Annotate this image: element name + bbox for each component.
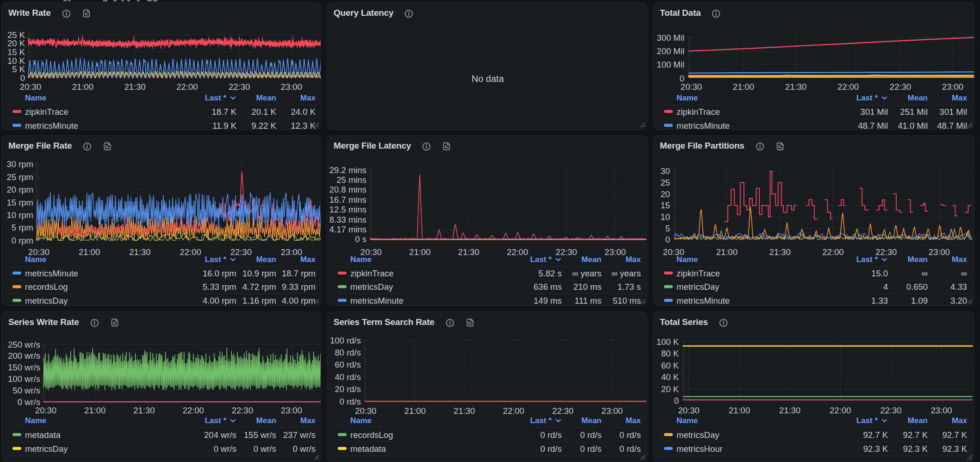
svg-text:22:00: 22:00 bbox=[182, 406, 204, 415]
svg-text:22:30: 22:30 bbox=[229, 82, 250, 92]
svg-text:metricsDay: metricsDay bbox=[25, 444, 68, 454]
svg-text:0: 0 bbox=[665, 235, 670, 244]
svg-text:metricsDay: metricsDay bbox=[350, 282, 393, 292]
svg-text:23:00: 23:00 bbox=[281, 247, 302, 257]
svg-text:22:00: 22:00 bbox=[176, 82, 198, 92]
svg-text:60 K: 60 K bbox=[661, 361, 679, 370]
svg-text:200 Mil: 200 Mil bbox=[657, 46, 684, 56]
svg-text:Mean: Mean bbox=[582, 416, 602, 425]
svg-text:21:30: 21:30 bbox=[769, 247, 790, 257]
svg-text:3.20: 3.20 bbox=[950, 296, 967, 306]
svg-text:21:00: 21:00 bbox=[72, 82, 93, 92]
svg-text:∞ years: ∞ years bbox=[611, 268, 641, 278]
svg-text:237 wr/s: 237 wr/s bbox=[283, 430, 316, 440]
svg-text:4.33: 4.33 bbox=[950, 282, 967, 292]
svg-text:10 rpm: 10 rpm bbox=[6, 210, 33, 220]
svg-text:metricsDay: metricsDay bbox=[676, 430, 719, 440]
svg-text:5.82 s: 5.82 s bbox=[539, 268, 562, 278]
svg-text:5 rpm: 5 rpm bbox=[12, 223, 33, 232]
svg-text:1.33: 1.33 bbox=[871, 296, 888, 306]
svg-text:9.33 rpm: 9.33 rpm bbox=[282, 282, 316, 292]
svg-text:22:30: 22:30 bbox=[230, 247, 252, 257]
svg-text:Last *: Last * bbox=[856, 416, 878, 425]
svg-text:0: 0 bbox=[674, 396, 679, 406]
svg-text:Max: Max bbox=[952, 94, 968, 102]
svg-text:21:30: 21:30 bbox=[458, 247, 479, 257]
svg-text:4.17 mins: 4.17 mins bbox=[329, 225, 366, 234]
svg-text:zipkinTrace: zipkinTrace bbox=[25, 107, 68, 117]
svg-text:Last *: Last * bbox=[530, 255, 552, 264]
svg-text:21:00: 21:00 bbox=[729, 406, 750, 415]
svg-text:0 wr/s: 0 wr/s bbox=[293, 444, 316, 454]
svg-text:15 rpm: 15 rpm bbox=[6, 198, 33, 207]
svg-text:21:00: 21:00 bbox=[84, 406, 105, 415]
svg-text:25 rpm: 25 rpm bbox=[6, 172, 33, 182]
svg-text:60 rd/s: 60 rd/s bbox=[335, 360, 361, 369]
svg-text:22:00: 22:00 bbox=[837, 82, 859, 92]
svg-text:15: 15 bbox=[660, 200, 670, 210]
svg-text:80 K: 80 K bbox=[661, 349, 679, 358]
svg-text:zipkinTrace: zipkinTrace bbox=[676, 107, 720, 117]
svg-text:12.3 K: 12.3 K bbox=[291, 121, 316, 130]
svg-text:Name: Name bbox=[350, 255, 372, 264]
svg-text:Max: Max bbox=[300, 94, 316, 102]
svg-text:Last *: Last * bbox=[856, 94, 878, 102]
svg-text:recordsLog: recordsLog bbox=[350, 430, 393, 440]
svg-text:Max: Max bbox=[300, 255, 316, 264]
svg-text:22:00: 22:00 bbox=[507, 247, 528, 257]
svg-text:Name: Name bbox=[25, 94, 46, 102]
svg-text:22:00: 22:00 bbox=[830, 406, 851, 415]
svg-text:100 rd/s: 100 rd/s bbox=[330, 336, 361, 345]
svg-text:21:30: 21:30 bbox=[124, 82, 145, 92]
svg-text:No data: No data bbox=[471, 74, 504, 84]
svg-text:100 K: 100 K bbox=[657, 337, 679, 347]
svg-text:21:30: 21:30 bbox=[133, 406, 155, 415]
svg-text:22:30: 22:30 bbox=[890, 82, 911, 92]
svg-text:Max: Max bbox=[626, 416, 641, 425]
svg-text:21:30: 21:30 bbox=[453, 406, 475, 416]
svg-text:Last *: Last * bbox=[205, 416, 227, 425]
svg-text:23:00: 23:00 bbox=[281, 82, 302, 92]
svg-text:48.7 Mil: 48.7 Mil bbox=[937, 121, 967, 130]
svg-text:18.7 rpm: 18.7 rpm bbox=[282, 268, 316, 278]
svg-text:5: 5 bbox=[665, 224, 670, 233]
svg-text:Mean: Mean bbox=[256, 255, 276, 264]
svg-text:24.0 K: 24.0 K bbox=[291, 107, 316, 117]
svg-text:Max: Max bbox=[952, 255, 968, 264]
svg-text:111 ms: 111 ms bbox=[575, 296, 602, 306]
svg-text:30: 30 bbox=[660, 166, 670, 176]
svg-text:metricsDay: metricsDay bbox=[676, 282, 719, 292]
svg-text:22:00: 22:00 bbox=[503, 406, 524, 416]
svg-text:92.3 K: 92.3 K bbox=[903, 444, 928, 454]
svg-text:Mean: Mean bbox=[908, 94, 928, 102]
svg-text:12.5 mins: 12.5 mins bbox=[329, 205, 366, 214]
svg-text:100 Mil: 100 Mil bbox=[657, 60, 684, 69]
svg-text:0 rd/s: 0 rd/s bbox=[540, 430, 562, 440]
svg-text:zipkinTrace: zipkinTrace bbox=[350, 268, 394, 278]
svg-text:92.7 K: 92.7 K bbox=[943, 430, 968, 440]
svg-text:22:30: 22:30 bbox=[880, 406, 901, 415]
svg-text:16.0 rpm: 16.0 rpm bbox=[203, 268, 236, 278]
svg-text:Last *: Last * bbox=[205, 94, 227, 102]
svg-text:21:30: 21:30 bbox=[785, 82, 806, 92]
svg-text:41.0 Mil: 41.0 Mil bbox=[898, 121, 928, 130]
svg-text:20:30: 20:30 bbox=[35, 406, 56, 415]
svg-text:251 Mil: 251 Mil bbox=[900, 107, 928, 117]
svg-text:10: 10 bbox=[660, 212, 670, 222]
svg-text:Last *: Last * bbox=[205, 255, 227, 264]
svg-text:210 ms: 210 ms bbox=[573, 282, 602, 292]
svg-text:20 K: 20 K bbox=[661, 384, 679, 394]
svg-text:21:00: 21:00 bbox=[716, 247, 738, 257]
svg-text:23:00: 23:00 bbox=[929, 247, 950, 257]
svg-text:18.7 K: 18.7 K bbox=[212, 107, 237, 117]
svg-text:metadata: metadata bbox=[25, 430, 61, 440]
svg-text:0 s: 0 s bbox=[355, 234, 366, 244]
svg-text:510 ms: 510 ms bbox=[613, 296, 641, 306]
svg-text:100 wr/s: 100 wr/s bbox=[8, 374, 40, 384]
svg-text:16.7 mins: 16.7 mins bbox=[329, 195, 366, 205]
svg-text:0 rd/s: 0 rd/s bbox=[620, 444, 641, 454]
svg-text:Max: Max bbox=[300, 416, 316, 425]
svg-text:23:00: 23:00 bbox=[942, 82, 963, 92]
svg-text:150 wr/s: 150 wr/s bbox=[8, 362, 40, 372]
svg-text:Mean: Mean bbox=[908, 416, 928, 425]
